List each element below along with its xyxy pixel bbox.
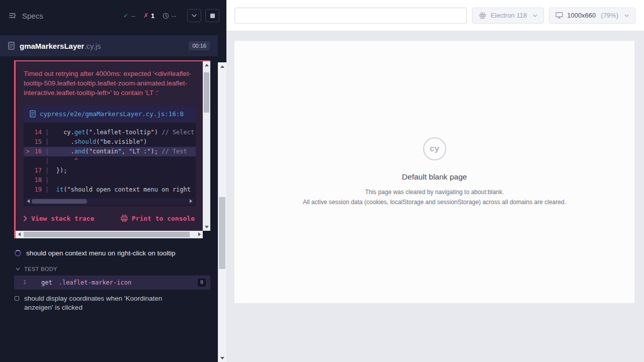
browser-label: Electron 118: [491, 12, 527, 19]
scroll-right-icon[interactable]: [196, 231, 203, 238]
test-title: should display coordinates when 'Koordin…: [24, 294, 190, 313]
command-message: .leaflet-marker-icon: [59, 279, 132, 286]
test-title: should open context menu on right-click …: [26, 249, 175, 258]
test-body-section-header[interactable]: TEST BODY: [0, 263, 218, 276]
blank-page-line1: This page was cleared by navigating to a…: [365, 188, 504, 197]
blank-page-title: Default blank page: [402, 172, 467, 182]
code-line: 15| .should("be.visible"): [24, 137, 196, 147]
command-count-badge: 0: [198, 279, 206, 287]
chevron-right-icon: [24, 216, 27, 221]
spinner-icon: [15, 250, 21, 256]
file-icon: [30, 110, 36, 118]
blank-page-line2: All active session data (cookies, localS…: [303, 198, 566, 207]
command-method: get: [41, 279, 52, 286]
check-icon: ✓: [123, 12, 128, 19]
scrollbar-corner: [203, 231, 210, 238]
specs-list-icon: [9, 13, 17, 19]
spec-file-icon: [8, 42, 15, 50]
viewport-selector[interactable]: 1000x660 (79%): [549, 8, 635, 24]
browser-selector[interactable]: Electron 118: [472, 8, 544, 24]
reporter-vertical-scrollbar[interactable]: [218, 62, 226, 362]
code-line: 19| it("should open context menu on righ…: [24, 185, 196, 195]
viewport-size: 1000x660: [567, 12, 596, 19]
error-controls: View stack trace Print to console: [16, 206, 203, 231]
scrollbar-thumb[interactable]: [24, 232, 190, 237]
chevron-down-icon: [533, 14, 537, 17]
error-message: Timed out retrying after 4000ms: expecte…: [16, 61, 203, 98]
command-number: 1: [14, 279, 26, 286]
error-code-frame: cypress/e2e/gmaMarkersLayer.cy.js:16:8 1…: [24, 105, 196, 206]
stat-pending: --: [163, 12, 176, 20]
aut-blank-page: cy Default blank page This page was clea…: [234, 41, 634, 303]
specs-menu-button[interactable]: Specs: [9, 12, 43, 20]
spec-header-row[interactable]: gmaMarkersLayer.cy.js 00:16: [0, 35, 218, 56]
aut-container: cy Default blank page This page was clea…: [226, 31, 644, 362]
code-line: 17| });: [24, 166, 196, 175]
main-pane: Electron 118 1000x660 (79%) cy Default b…: [226, 0, 644, 362]
code-frame-lines: 14| cy.get(".leaflet-tooltip") // Select…: [24, 123, 196, 196]
reporter-header: Specs ✓ -- ✗ 1 --: [0, 0, 226, 31]
scroll-left-icon: [27, 199, 30, 203]
error-vertical-scrollbar[interactable]: [203, 61, 210, 231]
scrollbar-thumb[interactable]: [219, 197, 225, 269]
print-to-console-button[interactable]: Print to console: [121, 215, 195, 222]
chevron-down-icon: [192, 14, 197, 17]
scroll-right-icon: [190, 199, 192, 203]
cross-icon: ✗: [143, 12, 148, 19]
scrollbar-thumb[interactable]: [204, 72, 209, 113]
cypress-logo: cy: [423, 137, 446, 160]
code-frame-file-link[interactable]: cypress/e2e/gmaMarkersLayer.cy.js:16:8: [24, 105, 196, 123]
cypress-reporter-sidebar: Specs ✓ -- ✗ 1 --: [0, 0, 226, 362]
aut-toolbar: Electron 118 1000x660 (79%): [226, 0, 644, 31]
clock-icon: [163, 13, 169, 19]
scroll-down-icon[interactable]: [218, 354, 226, 362]
chevron-down-icon: [16, 267, 20, 270]
test-item-running[interactable]: should open context menu on right-click …: [0, 244, 218, 263]
test-stats: ✓ -- ✗ 1 --: [123, 12, 176, 20]
scroll-down-icon[interactable]: [203, 224, 210, 231]
viewport-icon: [555, 12, 563, 19]
test-pending-icon: [15, 296, 19, 301]
stop-run-button[interactable]: [205, 9, 219, 22]
test-item-pending[interactable]: should display coordinates when 'Koordin…: [0, 290, 218, 318]
scroll-up-icon[interactable]: [218, 62, 226, 70]
print-icon: [121, 215, 128, 222]
code-line: 18|: [24, 175, 196, 185]
spec-duration-badge: 00:16: [189, 41, 210, 50]
code-line: 14| cy.get(".leaflet-tooltip") // Select: [24, 128, 196, 137]
viewport-scale: (79%): [601, 12, 618, 19]
command-row[interactable]: 1 get .leaflet-marker-icon 0: [14, 276, 210, 290]
url-input[interactable]: [234, 8, 467, 24]
stat-failed: ✗ 1: [143, 12, 154, 20]
chevron-down-icon: [624, 14, 629, 17]
failed-attempt-block: Timed out retrying after 4000ms: expecte…: [14, 60, 210, 238]
test-list: should open context menu on right-click …: [0, 244, 218, 318]
code-line: >16| .and("contain", "LT :"); // Test: [24, 147, 196, 156]
collapse-all-button[interactable]: [187, 9, 201, 22]
code-line: | ^: [24, 156, 196, 166]
scroll-left-icon[interactable]: [16, 231, 23, 238]
view-stack-trace-link[interactable]: View stack trace: [24, 215, 94, 222]
stop-icon: [210, 14, 215, 18]
electron-browser-icon: [478, 12, 487, 20]
code-frame-horizontal-scrollbar[interactable]: [25, 198, 194, 205]
specs-label: Specs: [22, 12, 43, 20]
scrollbar-thumb[interactable]: [32, 199, 87, 204]
scroll-up-icon[interactable]: [203, 61, 210, 68]
spec-name: gmaMarkersLayer.cy.js: [20, 42, 101, 50]
error-horizontal-scrollbar[interactable]: [16, 231, 203, 238]
stat-passed: ✓ --: [123, 12, 135, 20]
